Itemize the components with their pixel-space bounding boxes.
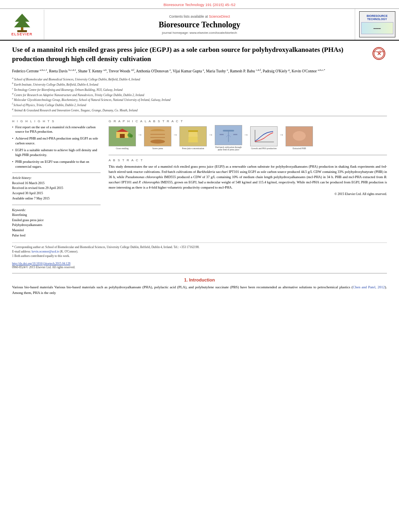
svg-point-11 (130, 134, 133, 138)
affiliation-g: g Animal & Grassland Research and Innova… (12, 107, 387, 113)
available-date: Available online 7 May 2015 (12, 196, 101, 201)
highlights-section: H I G H L I G H T S First report on the … (12, 119, 101, 169)
bioreactor-svg (216, 127, 241, 144)
logo-chart-decoration: ▬▬▬ (361, 22, 393, 34)
keyword-2: Ensiled grass press juice (12, 218, 101, 223)
keywords-list: Biorefining Ensiled grass press juice Po… (12, 213, 101, 238)
received-date: Received 16 March 2015 (12, 181, 101, 186)
introduction-section: 1. Introduction Various bio-based materi… (12, 273, 387, 296)
juice-svg (181, 128, 205, 145)
authors-line: Federico Cerrone a,b,c,1, Reeta Davis b,… (12, 68, 387, 74)
journal-title: Bioresource Technology (48, 20, 351, 29)
affiliations: a School of Biomolecular and Biomedical … (12, 76, 387, 112)
intro-divider (12, 273, 387, 273)
ga-stage-5-label: Growth and PHA production (251, 147, 276, 150)
farm-svg (110, 128, 134, 145)
revised-date: Received in revised form 29 April 2015 (12, 186, 101, 191)
article-content: Use of a mannitol rich ensiled grass pre… (0, 41, 399, 296)
bioresource-logo-box: BIORESOURCE TECHNOLOGY ▬▬▬ (355, 9, 399, 40)
graphical-abstract-section: G R A P H I C A L A B S T R A C T (109, 119, 387, 151)
svg-rect-17 (188, 130, 198, 132)
ga-stage-6-label: Extracted PHB (292, 147, 306, 150)
email-author-name: (K. O'Connor). (60, 250, 78, 253)
barrel-svg (146, 128, 170, 145)
article-info-section: Article history: Received 16 March 2015 … (12, 176, 101, 201)
ga-product-image (286, 126, 313, 146)
article-title: Use of a mannitol rich ensiled grass pre… (12, 45, 387, 64)
journal-homepage: journal homepage: www.elsevier.com/locat… (48, 31, 351, 35)
divider-left-2 (12, 205, 101, 205)
svg-marker-9 (116, 129, 128, 132)
publisher-bar: ELSEVIER Contents lists available at Sci… (0, 9, 399, 41)
elsevier-logo: ELSEVIER (0, 10, 44, 39)
ga-stage-4: Fed-batch cultivation through pulse feed… (215, 125, 242, 151)
ga-arrow-1: → (138, 132, 142, 144)
left-column: H I G H L I G H T S First report on the … (12, 119, 101, 238)
highlights-list: First report on the use of a mannitol ri… (12, 125, 101, 169)
product-svg (287, 128, 311, 145)
email-link[interactable]: kevin.oconnor@ucd.ie (32, 250, 59, 253)
ga-arrow-4: → (244, 132, 249, 144)
ga-juice-image (179, 126, 207, 146)
highlight-item-2: Achieved PHB and mcl-PHA production usin… (12, 136, 101, 146)
abstract-label: A B S T R A C T (109, 158, 387, 162)
elsevier-tree-icon (10, 13, 34, 32)
email-line: E-mail address: kevin.oconnor@ucd.ie (K.… (12, 249, 387, 254)
keywords-section: Keywords: Biorefining Ensiled grass pres… (12, 208, 101, 238)
intro-text: Various bio-based materials Various bio-… (12, 285, 387, 296)
corresponding-author: * Corresponding author at: School of Bio… (12, 245, 387, 249)
keyword-3: Polyhydroxyalkanoates (12, 223, 101, 228)
science-direct-link[interactable]: ScienceDirect (209, 14, 230, 18)
issn-section: 0960-8524/© 2015 Elsevier Ltd. All right… (12, 265, 387, 269)
doi-link[interactable]: http://dx.doi.org/10.1016/j.biortech.201… (12, 262, 70, 265)
email-label: E-mail address: (12, 250, 31, 253)
svg-marker-2 (14, 14, 30, 27)
highlights-label: H I G H L I G H T S (12, 119, 101, 123)
affiliation-c: c Technology Centre for Biorefining and … (12, 87, 387, 92)
ga-stage-2-label: Screw press (152, 147, 163, 150)
divider-abstract-top (109, 155, 387, 155)
svg-text:CrossMark: CrossMark (374, 50, 384, 53)
right-column: G R A P H I C A L A B S T R A C T (109, 119, 387, 238)
crossmark-badge[interactable]: ✕ CrossMark (371, 45, 387, 62)
highlight-item-3: EGPJ is a suitable substrate to achieve … (12, 148, 101, 158)
ga-stage-1: Grass ensiling (109, 126, 136, 150)
chen-patel-ref[interactable]: Chen and Patel, 2012 (353, 285, 385, 289)
abstract-section: A B S T R A C T This study demonstrates … (109, 158, 387, 196)
ga-farm-image (109, 126, 136, 146)
svg-point-28 (293, 131, 306, 141)
svg-rect-19 (223, 130, 234, 131)
article-dates: Received 16 March 2015 Received in revis… (12, 181, 101, 201)
intro-heading: 1. Introduction (12, 277, 387, 282)
elsevier-text: ELSEVIER (11, 32, 33, 36)
svg-point-14 (150, 140, 165, 144)
equal-contrib: 1 Both authors contributed equally to th… (12, 254, 387, 258)
two-column-layout: H I G H L I G H T S First report on the … (12, 119, 387, 238)
highlight-item-1: First report on the use of a mannitol ri… (12, 125, 101, 135)
corresponding-text: * Corresponding author at: School of Bio… (12, 245, 200, 249)
ga-stage-6: Extracted PHB (286, 126, 313, 150)
crossmark-svg: ✕ CrossMark (373, 48, 385, 59)
accepted-date: Accepted 30 April 2015 (12, 191, 101, 196)
svg-rect-23 (220, 134, 224, 135)
affiliation-a: a School of Biomolecular and Biomedical … (12, 76, 387, 82)
ga-stage-4-label: Fed-batch cultivation through pulse feed… (215, 146, 242, 151)
keywords-label: Keywords: (12, 208, 101, 212)
article-history-label: Article history: (12, 176, 101, 180)
abstract-text: This study demonstrates the use of a man… (109, 164, 387, 191)
affiliation-d: d Centre for Research on Adaptive Nanost… (12, 92, 387, 97)
ga-barrel-image (144, 126, 171, 146)
ga-arrow-3: → (208, 132, 213, 144)
ga-arrow-2: → (173, 132, 178, 144)
journal-center: Contents lists available at ScienceDirec… (44, 12, 355, 37)
divider-left-1 (12, 173, 101, 173)
affiliation-b: b Earth Institute, University College Du… (12, 82, 387, 87)
svg-rect-6 (110, 138, 134, 145)
divider-1 (12, 116, 387, 116)
ga-arrow-5: → (279, 132, 284, 144)
ga-stage-3: Press juice concentration (179, 126, 207, 150)
doi-section: http://dx.doi.org/10.1016/j.biortech.201… (12, 262, 387, 265)
crossmark-icon: ✕ CrossMark (372, 47, 385, 60)
graphical-abstract-label: G R A P H I C A L A B S T R A C T (109, 119, 387, 123)
copyright-notice: © 2015 Elsevier Ltd. All rights reserved… (109, 192, 387, 196)
